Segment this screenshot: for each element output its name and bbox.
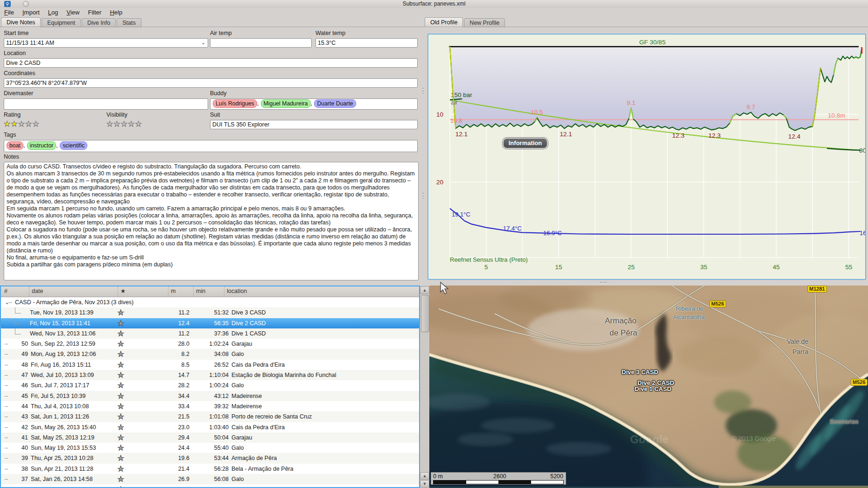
divemaster-field[interactable] — [4, 98, 208, 110]
dive-duration: 1:10:04 — [191, 370, 229, 380]
dive-location: Armação de Pêra — [231, 453, 277, 463]
dive-row[interactable]: –48Fri, Aug 16, 2013 15:11★★★★★8.526:52C… — [1, 360, 419, 370]
dive-date: Sat, Jan 26, 2013 14:58 — [31, 474, 93, 484]
svg-text:12.4: 12.4 — [788, 133, 801, 140]
dive-location: Madeirense — [231, 401, 262, 411]
tree-tick: – — [5, 339, 8, 349]
column-header-duration[interactable]: min — [193, 286, 205, 297]
scroll-up-button[interactable]: ▲ — [420, 286, 429, 294]
dive-row[interactable]: Tue, Nov 19, 2013 11:39★★★★★11.251:32Div… — [1, 307, 419, 318]
map-panel[interactable]: Armaçãode PêraRibeira deAlcantarilhaVale… — [429, 286, 868, 488]
tab-new-profile[interactable]: New Profile — [464, 18, 505, 28]
menu-help[interactable]: Help — [105, 8, 126, 17]
start-time-combo[interactable]: 11/15/13 11:41 AM⌄ — [4, 38, 208, 48]
tab-dive-notes[interactable]: Dive Notes — [1, 17, 41, 28]
tags-label: Tags — [4, 132, 16, 138]
menu-log[interactable]: Log — [44, 8, 63, 17]
tags-field[interactable]: boat, instructor, scientific — [4, 140, 418, 152]
trip-label: CASD - Armação de Pêra, Nov 2013 (3 dive… — [15, 297, 133, 307]
column-header-stars[interactable]: ★ — [118, 286, 126, 297]
dive-row[interactable]: –37Sat, Jan 26, 2013 14:58★★★★★26.956:08… — [1, 474, 419, 484]
scroll-down-button[interactable]: ▼ — [420, 480, 429, 488]
water-temp-field[interactable]: 15.3°C — [315, 38, 418, 48]
menu-file[interactable]: File — [0, 8, 18, 17]
trip-row[interactable]: ⌄–CASD - Armação de Pêra, Nov 2013 (3 di… — [1, 297, 419, 307]
dive-row[interactable]: –40Sun, May 19, 2013 15:53★★★★★24.455:40… — [1, 443, 419, 453]
tab-old-profile[interactable]: Old Profile — [425, 17, 463, 28]
notes-textarea[interactable]: Aula do curso CASD. Transectos c/video e… — [4, 162, 419, 280]
tag-chip[interactable]: scientific — [60, 141, 87, 150]
menu-filter[interactable]: Filter — [84, 8, 105, 17]
left-tabbar: Dive NotesEquipmentDive InfoStats — [1, 17, 142, 27]
tab-equipment[interactable]: Equipment — [42, 18, 81, 28]
scroll-up-button-bottom[interactable]: ▲ — [420, 472, 429, 480]
svg-text:12.1: 12.1 — [455, 131, 468, 138]
visibility-stars[interactable]: ★★★★★ — [106, 119, 142, 128]
dive-row[interactable]: –50Sun, Sep 22, 2013 12:59★★★★★28.01:02:… — [1, 339, 419, 349]
information-button[interactable]: Information — [503, 138, 548, 149]
svg-text:5: 5 — [484, 264, 488, 271]
dive-row[interactable]: Fri, Nov 15, 2013 11:41★★★★★12.456:35Div… — [1, 318, 419, 328]
dive-row[interactable]: –49Mon, Aug 19, 2013 12:06★★★★★8.234:08G… — [1, 349, 419, 359]
dive-row[interactable]: –42Sun, May 26, 2013 15:40★★★★★23.01:03:… — [1, 422, 419, 432]
column-header-num[interactable]: # — [2, 286, 7, 297]
dive-row[interactable]: –46Sun, Jul 7, 2013 17:17★★★★★28.21:00:2… — [1, 380, 419, 390]
tree-tick: – — [5, 380, 8, 390]
chip-separator: , — [23, 142, 27, 149]
column-header-location[interactable]: location — [224, 286, 247, 297]
dive-list-header[interactable]: #date★mminlocation — [1, 286, 419, 297]
dive-row[interactable]: –41Sat, May 25, 2013 12:19★★★★★29.450:04… — [1, 432, 419, 443]
column-header-date[interactable]: date — [29, 286, 43, 297]
vertical-splitter[interactable] — [419, 27, 427, 286]
map-place-label: Armação — [605, 316, 637, 326]
svg-text:19.1°C: 19.1°C — [452, 211, 470, 218]
tree-tick: – — [5, 411, 8, 422]
tab-stats[interactable]: Stats — [117, 18, 141, 28]
combo-arrow-icon[interactable]: ⌄ — [201, 41, 205, 45]
buddy-chip[interactable]: Luís Rodrigues — [213, 99, 257, 108]
horizontal-splitter[interactable] — [427, 280, 868, 286]
location-field[interactable]: Dive 2 CASD — [4, 58, 418, 68]
dive-row[interactable]: –44Thu, Jul 4, 2013 10:08★★★★★33.439:32M… — [1, 401, 419, 411]
dive-number: 42 — [13, 422, 28, 432]
air-temp-field[interactable] — [210, 38, 312, 48]
dive-depth: 21.7 — [160, 484, 189, 488]
dive-row[interactable]: –38Sun, Apr 21, 2013 11:28★★★★★21.456:28… — [1, 464, 419, 474]
suit-field[interactable]: DUI TLS 350 Explorer — [210, 120, 418, 129]
buddy-chip[interactable]: Duarte Duarte — [314, 99, 356, 108]
dive-row[interactable]: –43Sat, Jun 1, 2013 11:26★★★★★21.51:01:0… — [1, 411, 419, 422]
dive-depth: 28.2 — [160, 380, 189, 390]
svg-text:17.4°C: 17.4°C — [503, 225, 522, 232]
dive-date: Sun, May 19, 2013 15:53 — [31, 443, 96, 453]
app-icon: ⚲ — [4, 1, 11, 7]
window-titlebar[interactable]: ⚲ Subsurface: paneves.xml — [0, 0, 868, 8]
buddy-chip[interactable]: Miguel Madureira — [261, 99, 311, 108]
dive-row[interactable]: –39Thu, Apr 25, 2013 10:28★★★★★19.653:44… — [1, 453, 419, 463]
dive-site-marker-label[interactable]: Dive 1 CASD — [635, 385, 672, 392]
menu-import[interactable]: Import — [18, 8, 44, 17]
window-menu-icon[interactable] — [23, 1, 29, 7]
tag-chip[interactable]: boat — [7, 141, 23, 150]
dive-date: Sun, May 26, 2013 15:40 — [31, 422, 96, 432]
coordinates-field[interactable]: 37°05'23.460"N 8°20'47.879"W — [4, 78, 418, 88]
dive-row[interactable]: –47Wed, Jul 10, 2013 13:09★★★★★14.71:10:… — [1, 370, 419, 380]
tree-tick: – — [5, 360, 8, 370]
tag-chip[interactable]: instructor — [27, 141, 56, 150]
map-place-label: Parra — [792, 348, 808, 356]
dive-location: Cais da Pedra d'Eira — [231, 360, 285, 370]
dive-row[interactable]: Wed, Nov 13, 2013 11:06★★★★★11.237:36Div… — [1, 328, 419, 339]
chip-separator: , — [56, 142, 59, 149]
tab-dive-info[interactable]: Dive Info — [82, 18, 116, 28]
map-place-label: Alcantarilha — [673, 314, 705, 321]
column-header-depth[interactable]: m — [168, 286, 175, 297]
dive-row[interactable]: –36Sun, Jan 20, 2013 12:33★★★★★21.758:36… — [1, 484, 419, 488]
dive-list-scrollbar[interactable]: ▲ ▲ ▼ — [420, 286, 429, 488]
dive-site-marker-label[interactable]: Dive 3 CASD — [622, 369, 658, 376]
dive-row[interactable]: –45Fri, Jul 5, 2013 10:39★★★★★34.443:12M… — [1, 391, 419, 401]
dive-duration: 50:04 — [191, 432, 229, 443]
scrollbar-thumb[interactable] — [421, 295, 429, 332]
dive-duration: 1:03:40 — [191, 422, 229, 432]
rating-stars[interactable]: ★★★★★ — [4, 119, 40, 128]
menu-view[interactable]: View — [63, 8, 84, 17]
buddy-field[interactable]: Luís Rodrigues, Miguel Madureira, Duarte… — [210, 98, 418, 110]
